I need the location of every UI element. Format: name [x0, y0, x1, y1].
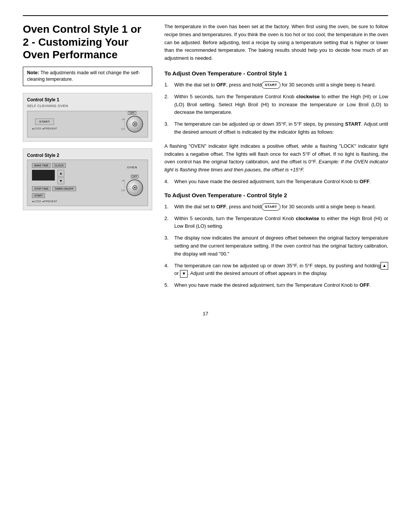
cs2-clock-btn[interactable]: CLOCK — [52, 163, 66, 168]
cs1-start-button[interactable]: START — [35, 118, 54, 125]
cs2-tick-marks: HI | | LO — [121, 179, 125, 192]
cs1-controls: START ●LOCK ●PREHEAT — [32, 118, 57, 130]
control-style-1-inner: START ●LOCK ●PREHEAT OFF HI | | — [27, 111, 148, 137]
control-style-2-inner: BAKE TIME CLOCK ▲ ▼ STOP TIME — [27, 160, 148, 206]
main-title: Oven Control Style 1 or 2 - Customizing … — [23, 23, 152, 61]
section2-item-5: 5. When you have made the desired adjust… — [164, 281, 388, 289]
cs2-knob-marker: ⦿ — [132, 185, 137, 191]
cs2-display — [32, 170, 55, 181]
cs2-left-area: BAKE TIME CLOCK ▲ ▼ STOP TIME — [32, 163, 76, 203]
cs2-knob-area: HI | | LO OFF ⦿ — [121, 175, 143, 196]
cs2-arrows: ▲ ▼ — [57, 170, 64, 184]
section2-heading: To Adjust Oven Temperature - Control Sty… — [164, 192, 388, 198]
cs1-tick-marks: HI | | LO — [121, 118, 125, 131]
section2-list: 1. With the dial set to OFF, press and h… — [164, 203, 388, 289]
cs2-up-arrow[interactable]: ▲ — [57, 170, 64, 177]
cs2-start-btn[interactable]: START — [32, 193, 45, 198]
section1-list: 1. With the dial set to OFF, press and h… — [164, 81, 388, 136]
cs1-lock-preheat: ●LOCK ●PREHEAT — [32, 127, 57, 130]
start-badge-1: START — [261, 81, 280, 88]
cs2-btn-row-1: BAKE TIME CLOCK — [32, 163, 76, 168]
note-label: Note: The adjustments made will not chan… — [27, 70, 140, 82]
right-column: The temperature in the oven has been set… — [164, 23, 388, 296]
note-box: Note: The adjustments made will not chan… — [23, 67, 152, 86]
section2-item-2: 2. Within 5 seconds, turn the Temperatur… — [164, 215, 388, 231]
cs2-knob-col: OFF ⦿ — [126, 175, 143, 196]
page-container: Oven Control Style 1 or 2 - Customizing … — [23, 15, 388, 316]
section1-list-cont: 4. When you have made the desired adjust… — [164, 178, 388, 186]
control-style-1-label: Control Style 1 — [27, 97, 148, 102]
top-rule — [23, 15, 388, 16]
control-style-1-panel: Control Style 1 SELF CLEANING OVEN START… — [23, 93, 152, 142]
page-number: 17 — [23, 311, 388, 316]
section2-item-3: 3. The display now indicates the amount … — [164, 234, 388, 258]
left-column: Oven Control Style 1 or 2 - Customizing … — [23, 23, 152, 296]
section1-item-1: 1. With the dial set to OFF, press and h… — [164, 81, 388, 89]
down-arrow-inline[interactable]: ▼ — [180, 270, 188, 278]
cs1-knob-wrapper: OFF HI | | LO ⦿ — [121, 116, 143, 133]
cs2-oven-indicator: OVEN — [127, 166, 137, 169]
cs2-bake-time-btn[interactable]: BAKE TIME — [32, 163, 51, 168]
cs1-knob[interactable]: ⦿ — [126, 116, 143, 133]
control-style-2-label: Control Style 2 — [27, 153, 148, 158]
cs1-off-text: OFF — [128, 111, 136, 115]
section1-heading: To Adjust Oven Temperature - Control Sty… — [164, 70, 388, 77]
section1-italic-para: A flashing "OVEN" indicator light indica… — [164, 142, 388, 174]
section1-italic-example: Example: If the OVEN indicator light is … — [164, 159, 388, 173]
section2-item-1: 1. With the dial set to OFF, press and h… — [164, 203, 388, 211]
content-columns: Oven Control Style 1 or 2 - Customizing … — [23, 23, 388, 296]
cs2-btn-row-2: STOP TIME TIMER ON/OFF — [32, 186, 76, 191]
cs2-stop-time-btn[interactable]: STOP TIME — [32, 186, 51, 191]
intro-text: The temperature in the oven has been set… — [164, 23, 388, 62]
section1-item-2: 2. Within 5 seconds, turn the Temperatur… — [164, 93, 388, 117]
cs2-lock-preheat: ●LOCK ●PREHEAT — [32, 200, 76, 203]
cs2-display-row: ▲ ▼ — [32, 170, 76, 184]
section1-item-3: 3. The temperature can be adjusted up or… — [164, 120, 388, 136]
cs1-knob-marker: ⦿ — [132, 121, 137, 127]
cs2-timer-btn[interactable]: TIMER ON/OFF — [52, 186, 76, 191]
cs2-btn-row-3: START — [32, 193, 76, 198]
section1-item-4: 4. When you have made the desired adjust… — [164, 178, 388, 186]
cs1-off-indicator: OFF — [121, 111, 143, 115]
cs2-knob-wrapper: OVEN HI | | LO OFF ⦿ — [121, 169, 143, 196]
cs2-off-text: OFF — [131, 175, 139, 178]
control-style-1-sublabel: SELF CLEANING OVEN — [27, 104, 148, 108]
control-style-2-panel: Control Style 2 BAKE TIME CLOCK ▲ ▼ — [23, 149, 152, 210]
section2-item-4: 4. The temperature can now be adjusted u… — [164, 262, 388, 278]
start-badge-2: START — [261, 203, 280, 210]
up-arrow-inline[interactable]: ▲ — [381, 262, 388, 270]
cs2-down-arrow[interactable]: ▼ — [57, 177, 64, 184]
cs1-knob-area: HI | | LO ⦿ — [121, 116, 143, 133]
cs2-knob[interactable]: ⦿ — [126, 179, 143, 196]
